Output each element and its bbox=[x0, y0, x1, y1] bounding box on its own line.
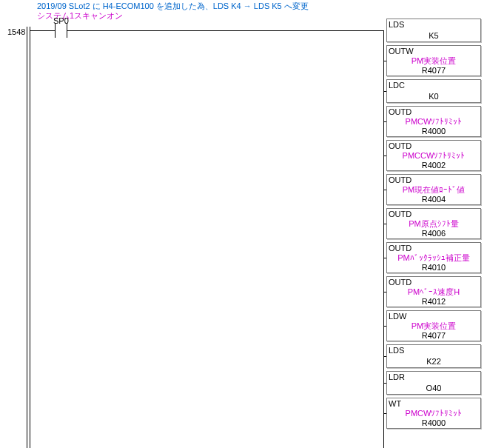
ladder-canvas: { "comment1": "2019/09 SLot2 に H4-ECOM10… bbox=[0, 0, 487, 448]
rung-comment-2: システム1スキャンオン bbox=[37, 10, 123, 21]
rung-wire bbox=[30, 30, 49, 31]
instruction-block[interactable]: OUTDPMCWｿﾌﾄﾘﾐｯﾄR4000 bbox=[386, 106, 481, 137]
instruction-block[interactable]: LDRO40 bbox=[386, 371, 481, 395]
instruction-block[interactable]: LDSK5 bbox=[386, 19, 481, 42]
instruction-operand: R4000 bbox=[387, 418, 480, 428]
instruction-mnemonic: OUTW bbox=[389, 47, 414, 56]
instruction-block[interactable]: OUTDPM現在値ﾛｰﾄﾞ値R4004 bbox=[386, 174, 481, 205]
instruction-block[interactable]: LDWPM実装位置R4077 bbox=[386, 310, 481, 341]
instruction-block[interactable]: LDSK22 bbox=[386, 344, 481, 368]
instruction-mnemonic: LDC bbox=[389, 81, 405, 90]
instruction-operand: R4077 bbox=[387, 331, 480, 341]
instruction-block[interactable]: OUTDPMCCWｿﾌﾄﾘﾐｯﾄR4002 bbox=[386, 140, 481, 171]
instruction-mnemonic: OUTD bbox=[389, 278, 412, 287]
instruction-mnemonic: LDW bbox=[389, 312, 406, 321]
instruction-block[interactable]: OUTWPM実装位置R4077 bbox=[386, 45, 481, 76]
instruction-operand: R4000 bbox=[387, 127, 480, 136]
instruction-mnemonic: LDR bbox=[389, 372, 405, 381]
rung-wire bbox=[73, 30, 383, 31]
instruction-mnemonic: LDS bbox=[389, 20, 404, 29]
instruction-operand: R4002 bbox=[387, 161, 480, 170]
instruction-operand: R4010 bbox=[387, 263, 480, 273]
instruction-mnemonic: LDS bbox=[389, 346, 404, 355]
instruction-operand: R4012 bbox=[387, 297, 480, 307]
contact-label: SP0 bbox=[53, 16, 69, 25]
instruction-block[interactable]: OUTDPM原点ｼﾌﾄ量R4006 bbox=[386, 208, 481, 239]
instruction-mnemonic: OUTD bbox=[389, 141, 412, 150]
instruction-mnemonic: OUTD bbox=[389, 210, 412, 218]
instruction-operand: R4006 bbox=[387, 229, 480, 238]
branch-wire bbox=[383, 30, 384, 448]
instruction-mnemonic: OUTD bbox=[389, 107, 412, 116]
instruction-mnemonic: OUTD bbox=[389, 244, 412, 253]
instruction-block[interactable]: OUTDPMﾍﾞｰｽ速度HR4012 bbox=[386, 276, 481, 307]
instruction-operand: R4004 bbox=[387, 195, 480, 204]
contact-sp0[interactable] bbox=[49, 23, 73, 38]
power-rail-left bbox=[27, 27, 27, 448]
instruction-block[interactable]: OUTDPMﾊﾞｯｸﾗｯｼｭ補正量R4010 bbox=[386, 242, 481, 273]
rung-number: 1548 bbox=[7, 27, 25, 36]
instruction-mnemonic: WT bbox=[389, 399, 401, 408]
instruction-block[interactable]: LDCK0 bbox=[386, 79, 481, 103]
instruction-mnemonic: OUTD bbox=[389, 175, 412, 184]
instruction-operand: R4077 bbox=[387, 66, 480, 76]
instruction-block[interactable]: WTPMCWｿﾌﾄﾘﾐｯﾄR4000 bbox=[386, 398, 481, 429]
power-rail-left-inner bbox=[30, 27, 30, 448]
